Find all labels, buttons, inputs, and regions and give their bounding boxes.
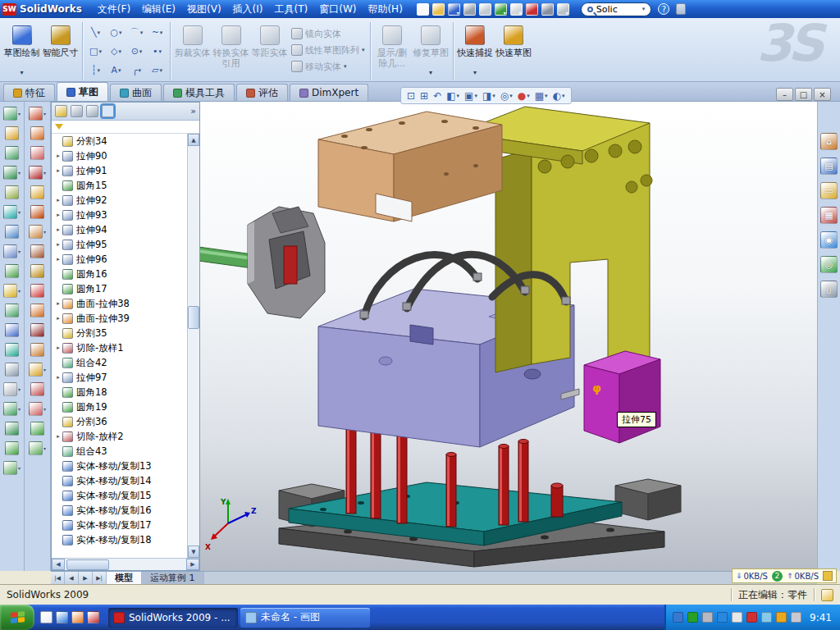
line-tool-icon[interactable]: ╲▾ (85, 23, 106, 42)
feature-tree-item[interactable]: ▸切除-放样1 (52, 340, 199, 355)
feature-tree-item[interactable]: ▸拉伸93 (52, 208, 199, 222)
rib-icon[interactable] (5, 304, 19, 317)
move-sketch-icon[interactable]: ▾ (29, 402, 46, 416)
fully-define-sketch-icon[interactable] (30, 284, 44, 298)
feature-tree-item[interactable]: ▸切除-放样2 (52, 429, 199, 444)
appearances-icon[interactable]: ◉ (820, 231, 838, 249)
update-icon[interactable] (732, 612, 742, 623)
feature-tree-item[interactable]: 圆角19 (52, 399, 199, 414)
show-desktop-icon[interactable] (40, 611, 52, 623)
trim-icon[interactable] (30, 304, 44, 317)
auto-relation-icon[interactable] (30, 244, 44, 258)
point-tool-icon[interactable]: •▾ (147, 42, 167, 61)
mirror-sketch-icon[interactable]: ▾ (29, 363, 46, 377)
tab-nav-icon-3[interactable]: ▶| (93, 572, 107, 584)
revolved-cut-icon[interactable] (5, 225, 19, 239)
menubar-item-5[interactable]: 窗口(W) (313, 1, 362, 18)
feature-tree-item[interactable]: ▸拉伸90 (52, 148, 199, 163)
rebuild-icon[interactable] (526, 3, 538, 16)
options-icon[interactable]: ▾ (557, 3, 569, 16)
offset-icon[interactable] (30, 343, 44, 357)
taskbar-clock[interactable]: 9:41 (810, 612, 832, 623)
feature-tree-item[interactable]: 圆角18 (52, 385, 199, 399)
menubar-item-3[interactable]: 插入(I) (227, 1, 269, 18)
messenger-icon[interactable] (717, 612, 728, 623)
search-input[interactable] (596, 4, 639, 15)
zoom-area-icon[interactable]: ⊞ (418, 90, 430, 102)
scroll-right-icon[interactable]: ▶ (186, 559, 199, 570)
sketch-picture-icon[interactable]: ▾ (3, 461, 21, 475)
tree-vertical-scrollbar[interactable]: ▲ ▼ (187, 134, 199, 558)
expand-arrow-icon[interactable]: ▸ (54, 153, 62, 159)
relation-status-icon[interactable] (30, 264, 44, 278)
menubar-item-6[interactable]: 帮助(H) (362, 1, 408, 18)
feature-tree-item[interactable]: 实体-移动/复制14 (52, 473, 199, 488)
restore-button[interactable]: □ (795, 88, 812, 101)
edit-appearance-icon[interactable]: ●▾ (516, 90, 532, 102)
view-palette-icon[interactable]: ▦ (820, 207, 838, 224)
feature-tree-item[interactable]: 组合43 (52, 444, 199, 459)
extruded-boss-icon[interactable]: ▾ (3, 107, 21, 121)
menubar-item-2[interactable]: 视图(V) (181, 1, 227, 18)
feature-tree-item[interactable]: 实体-移动/复制16 (52, 503, 199, 518)
widget-icon[interactable] (823, 571, 833, 581)
smart-dimension-icon[interactable]: ▾ (29, 107, 46, 121)
expand-arrow-icon[interactable]: ▸ (54, 226, 62, 233)
spline-tool-icon[interactable]: ~▾ (147, 23, 167, 42)
feature-tree-item[interactable]: ▸拉伸92 (52, 193, 199, 208)
document-tab-0[interactable]: 模型 (107, 572, 142, 584)
scrollbar-thumb[interactable] (66, 559, 109, 570)
horizontal-dimension-icon[interactable] (30, 126, 44, 140)
print-icon[interactable] (463, 3, 476, 16)
tab-nav-icon-0[interactable]: |◀ (51, 572, 65, 584)
extend-icon[interactable] (30, 323, 44, 337)
undo-icon[interactable]: ▾ (495, 3, 507, 16)
start-button[interactable] (0, 605, 34, 630)
feature-tree-item[interactable]: ▸拉伸96 (52, 252, 199, 267)
baseline-dimension-icon[interactable]: ▾ (29, 166, 46, 180)
expand-arrow-icon[interactable]: ▸ (54, 167, 62, 174)
expand-arrow-icon[interactable]: ▸ (54, 433, 62, 440)
sketch-tools-icon[interactable]: ▾ (29, 441, 46, 455)
text-tool-icon[interactable]: A▾ (106, 61, 126, 80)
lofted-boss-icon[interactable]: ▾ (3, 166, 21, 180)
viewport-canvas[interactable]: φ (200, 102, 817, 571)
feature-tree-item[interactable]: ▸拉伸97 (52, 370, 199, 385)
smart-dimension-button[interactable]: 智能尺寸 (41, 21, 80, 77)
mirror-icon[interactable] (5, 363, 19, 377)
taskbar-task-1[interactable]: 未命名 - 画图 (240, 608, 370, 628)
tab-0[interactable]: 特征 (3, 84, 55, 101)
display-manager-icon[interactable] (102, 105, 114, 117)
document-tab-1[interactable]: 运动算例 1 (142, 572, 204, 584)
centerline-tool-icon[interactable]: ┆▾ (85, 61, 106, 80)
security-alert-icon[interactable] (746, 612, 757, 623)
feature-tree-item[interactable]: ▸曲面-拉伸39 (52, 311, 199, 326)
geometric-relation-icon[interactable]: ▾ (29, 225, 46, 239)
model-part-right-rail[interactable] (615, 479, 681, 520)
sketch-button[interactable]: 草图绘制▾ (2, 21, 41, 77)
expand-arrow-icon[interactable]: ▸ (54, 197, 62, 203)
design-library-icon[interactable]: ▤ (820, 158, 838, 175)
curves-icon[interactable]: ▾ (3, 402, 21, 416)
search-dropdown-icon[interactable]: ▾ (642, 6, 646, 12)
expand-arrow-icon[interactable]: ▸ (54, 241, 62, 248)
view-settings-icon[interactable]: ◐▾ (551, 90, 567, 102)
draft-icon[interactable] (5, 323, 19, 337)
feature-tree-item[interactable]: 实体-移动/复制18 (52, 532, 199, 547)
scroll-up-icon[interactable]: ▲ (188, 134, 199, 146)
shield-icon[interactable] (776, 612, 787, 623)
graphics-viewport[interactable]: φ (200, 102, 817, 571)
minimize-button[interactable]: – (776, 88, 793, 101)
plane-tool-icon[interactable]: ▱▾ (147, 61, 167, 80)
previous-view-icon[interactable]: ↶ (431, 90, 443, 102)
custom-properties-icon[interactable]: ▯ (820, 281, 838, 298)
swept-boss-icon[interactable] (5, 146, 19, 160)
tab-nav-icon-2[interactable]: ▶ (79, 572, 93, 584)
select-icon[interactable]: ▾ (510, 3, 523, 16)
section-view-icon[interactable]: ◧▾ (445, 90, 461, 102)
tab-2[interactable]: 曲面 (110, 84, 162, 101)
tab-5[interactable]: DimXpert (290, 84, 368, 101)
toolbar-overflow-icon[interactable] (676, 3, 686, 15)
fillet-icon[interactable] (5, 264, 19, 278)
hole-wizard-icon[interactable]: ▾ (3, 205, 21, 219)
